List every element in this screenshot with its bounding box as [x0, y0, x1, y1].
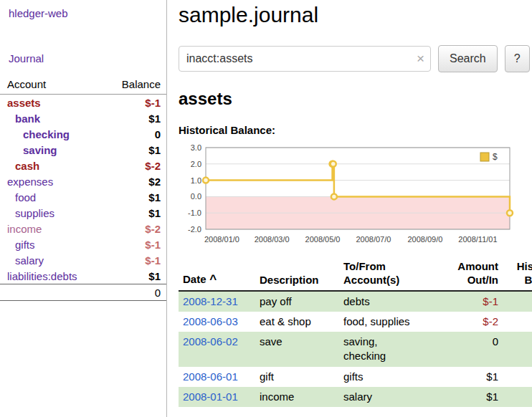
sidebar-account-cash[interactable]: cash: [15, 160, 39, 172]
help-button[interactable]: ?: [505, 45, 530, 72]
y-tick-label: 2.0: [191, 160, 201, 168]
account-row: saving$1: [0, 142, 166, 158]
x-tick-label: 2008/01/0: [204, 235, 239, 244]
register-row: 2008-12-31pay offdebts$-1$-1: [179, 291, 532, 312]
transaction-running-balance: $-1: [503, 291, 532, 312]
x-tick-label: 2008/07/0: [356, 235, 391, 244]
sidebar-account-liabilities-debts[interactable]: liabilities:debts: [7, 270, 77, 282]
register-row: 2008-01-01incomesalary$1$1: [179, 387, 532, 407]
account-heading: assets: [179, 89, 532, 109]
sidebar-account-checking[interactable]: checking: [23, 128, 70, 140]
sidebar-account-saving[interactable]: saving: [23, 144, 57, 156]
clear-search-icon[interactable]: ×: [417, 52, 424, 65]
legend-swatch: [480, 153, 489, 161]
y-tick-label: 0.0: [191, 192, 201, 201]
accounts-total-value: 0: [103, 284, 166, 301]
chart-title: Historical Balance:: [179, 124, 532, 136]
sidebar-account-income[interactable]: income: [7, 223, 42, 235]
sidebar-account-salary[interactable]: salary: [15, 254, 44, 267]
main-content: sample.journal × Search ? assets Histori…: [167, 0, 532, 417]
transaction-date-link[interactable]: 2008-12-31: [183, 295, 238, 307]
transaction-description: eat & shop: [255, 312, 339, 332]
data-point-marker: [507, 210, 513, 216]
accounts-total-row: 0: [0, 284, 166, 301]
register-row: 2008-06-02savesaving,checking0$2: [179, 332, 532, 367]
transaction-amount: $1: [442, 367, 503, 387]
search-button[interactable]: Search: [438, 45, 498, 72]
y-tick-label: 3.0: [191, 143, 201, 152]
search-field-wrap: ×: [179, 46, 431, 72]
register-header-historical: HistoricalBalance: [503, 259, 532, 291]
historical-balance-chart: 3.02.01.00.0-1.0-2.02008/01/02008/03/020…: [179, 140, 532, 251]
sidebar-account-bank[interactable]: bank: [15, 112, 40, 125]
x-tick-label: 2008/09/0: [407, 235, 442, 244]
transaction-date-link[interactable]: 2008-06-01: [183, 370, 238, 383]
sidebar-account-assets[interactable]: assets: [7, 97, 41, 109]
account-balance: $1: [103, 189, 166, 205]
account-row: salary$-1: [0, 252, 166, 268]
data-point-marker: [331, 161, 336, 167]
transaction-date-link[interactable]: 2008-01-01: [183, 390, 238, 403]
search-input[interactable]: [179, 46, 431, 72]
sort-ascending-icon: ^: [206, 272, 217, 286]
transaction-running-balance: $2: [503, 367, 532, 387]
account-balance: $-1: [103, 236, 166, 252]
x-tick-label: 2008/03/0: [255, 235, 290, 244]
register-row: 2008-06-03eat & shopfood, supplies$-20: [179, 312, 532, 332]
accounts-total-spacer: [0, 284, 103, 301]
register-header-date[interactable]: Date ^: [179, 259, 255, 291]
account-balance: $2: [103, 173, 166, 189]
register-header-to-from: To/FromAccount(s): [339, 259, 442, 291]
account-row: gifts$-1: [0, 236, 166, 252]
transaction-accounts: food, supplies: [339, 312, 442, 332]
transaction-accounts: debts: [339, 291, 442, 312]
account-balance: $-2: [103, 221, 166, 236]
sidebar-account-expenses[interactable]: expenses: [7, 176, 53, 188]
transaction-date-link[interactable]: 2008-06-02: [183, 335, 238, 348]
sidebar-account-supplies[interactable]: supplies: [15, 207, 54, 219]
transaction-amount: $-1: [442, 291, 503, 312]
y-tick-label: -1.0: [188, 208, 201, 217]
account-row: liabilities:debts$1: [0, 268, 166, 284]
transaction-date-link[interactable]: 2008-06-03: [183, 315, 238, 327]
account-row: expenses$2: [0, 173, 166, 189]
account-row: bank$1: [0, 110, 166, 126]
accounts-header-balance: Balance: [103, 76, 166, 95]
register-header-amount: AmountOut/In: [442, 259, 503, 291]
account-balance: $1: [103, 110, 166, 126]
transaction-amount: 0: [442, 332, 503, 367]
sidebar-account-gifts[interactable]: gifts: [15, 239, 35, 251]
search-bar: × Search ?: [179, 45, 532, 72]
transaction-accounts: salary: [339, 387, 442, 407]
transaction-accounts: gifts: [339, 367, 442, 387]
transaction-running-balance: 0: [503, 312, 532, 332]
transaction-amount: $-2: [442, 312, 503, 332]
page-title: sample.journal: [179, 1, 532, 27]
chart-svg: 3.02.01.00.0-1.0-2.02008/01/02008/03/020…: [179, 140, 516, 248]
account-balance: $-1: [103, 252, 166, 268]
account-row: checking0: [0, 126, 166, 142]
account-row: cash$-2: [0, 158, 166, 173]
account-balance: $1: [103, 268, 166, 284]
account-balance: $-2: [103, 158, 166, 173]
transaction-accounts: saving,checking: [339, 332, 442, 367]
data-point-marker: [331, 193, 337, 199]
y-tick-label: 1.0: [191, 176, 201, 185]
transaction-description: save: [255, 332, 339, 367]
brand-link[interactable]: hledger-web: [0, 7, 166, 19]
account-row: assets$-1: [0, 95, 166, 111]
transaction-description: income: [255, 387, 339, 407]
sidebar-item-journal[interactable]: Journal: [0, 52, 166, 64]
x-tick-label: 2008/11/01: [458, 235, 497, 244]
register-header-row: Date ^DescriptionTo/FromAccount(s)Amount…: [179, 259, 532, 291]
account-balance: $-1: [103, 95, 166, 111]
legend-label: $: [493, 152, 498, 162]
sidebar-account-food[interactable]: food: [15, 191, 36, 203]
transaction-running-balance: $1: [503, 387, 532, 407]
y-tick-label: -2.0: [188, 225, 201, 234]
accounts-header-account: Account: [0, 76, 103, 95]
accounts-table: Account Balance assets$-1bank$1checking0…: [0, 76, 166, 301]
account-balance: $1: [103, 205, 166, 221]
register-table: Date ^DescriptionTo/FromAccount(s)Amount…: [179, 259, 532, 407]
transaction-running-balance: $2: [503, 332, 532, 367]
